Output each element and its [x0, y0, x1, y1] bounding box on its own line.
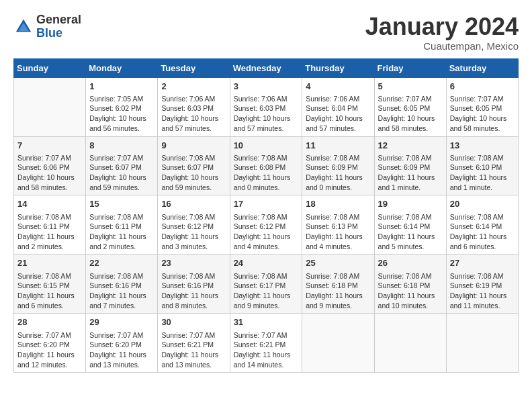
day-info: Sunrise: 7:07 AM: [234, 330, 299, 340]
day-info: Sunrise: 7:08 AM: [234, 212, 299, 222]
day-number: 18: [306, 198, 370, 210]
day-info: Sunrise: 7:06 AM: [234, 94, 299, 104]
day-info: Sunset: 6:20 PM: [89, 340, 154, 350]
day-info: Sunset: 6:12 PM: [161, 222, 226, 232]
day-info: Sunrise: 7:08 AM: [161, 153, 226, 163]
calendar-cell: 20Sunrise: 7:08 AMSunset: 6:14 PMDayligh…: [446, 195, 518, 255]
day-info: Sunrise: 7:07 AM: [378, 94, 443, 104]
day-info: and 10 minutes.: [378, 301, 443, 311]
day-info: Daylight: 11 hours: [450, 173, 515, 183]
day-info: Daylight: 11 hours: [89, 291, 154, 301]
day-info: Sunset: 6:03 PM: [234, 103, 299, 113]
day-info: Sunrise: 7:08 AM: [450, 153, 515, 163]
day-info: Sunrise: 7:08 AM: [306, 271, 370, 281]
calendar-cell: 26Sunrise: 7:08 AMSunset: 6:18 PMDayligh…: [374, 255, 446, 314]
day-info: Sunrise: 7:08 AM: [89, 212, 154, 222]
calendar-cell: 21Sunrise: 7:08 AMSunset: 6:15 PMDayligh…: [14, 255, 86, 314]
day-number: 21: [17, 257, 82, 269]
day-info: Sunset: 6:15 PM: [17, 281, 82, 291]
day-number: 1: [89, 81, 154, 93]
day-info: Daylight: 11 hours: [89, 350, 154, 360]
day-info: and 57 minutes.: [234, 124, 299, 134]
day-info: and 57 minutes.: [161, 124, 226, 134]
day-info: Daylight: 11 hours: [306, 173, 370, 183]
day-number: 16: [161, 198, 226, 210]
calendar-cell: 31Sunrise: 7:07 AMSunset: 6:21 PMDayligh…: [230, 314, 302, 373]
title-block: January 2024 Cuautempan, Mexico: [365, 13, 519, 52]
calendar-cell: 13Sunrise: 7:08 AMSunset: 6:10 PMDayligh…: [446, 136, 518, 195]
calendar-cell: 2Sunrise: 7:06 AMSunset: 6:03 PMDaylight…: [158, 77, 230, 136]
day-info: Sunrise: 7:08 AM: [17, 212, 82, 222]
logo-blue: Blue: [36, 26, 62, 40]
day-info: Sunset: 6:11 PM: [89, 222, 154, 232]
weekday-header: Sunday: [14, 58, 86, 77]
day-info: and 11 minutes.: [450, 301, 515, 311]
calendar-cell: 4Sunrise: 7:06 AMSunset: 6:04 PMDaylight…: [302, 77, 374, 136]
calendar-week-row: 7Sunrise: 7:07 AMSunset: 6:06 PMDaylight…: [14, 136, 519, 195]
calendar-week-row: 1Sunrise: 7:05 AMSunset: 6:02 PMDaylight…: [14, 77, 519, 136]
day-info: Sunset: 6:09 PM: [306, 163, 370, 173]
day-info: and 4 minutes.: [306, 242, 370, 252]
day-info: and 2 minutes.: [17, 242, 82, 252]
day-number: 30: [161, 316, 226, 328]
day-info: Sunset: 6:05 PM: [378, 103, 443, 113]
day-info: and 8 minutes.: [161, 301, 226, 311]
day-info: Daylight: 11 hours: [17, 232, 82, 242]
day-info: Sunrise: 7:08 AM: [306, 212, 370, 222]
day-info: Sunset: 6:20 PM: [17, 340, 82, 350]
day-number: 12: [378, 140, 443, 152]
month-title: January 2024: [365, 13, 519, 40]
calendar-cell: 28Sunrise: 7:07 AMSunset: 6:20 PMDayligh…: [14, 314, 86, 373]
day-number: 29: [89, 316, 154, 328]
day-info: Sunrise: 7:07 AM: [89, 153, 154, 163]
calendar-cell: [302, 314, 374, 373]
calendar-week-row: 28Sunrise: 7:07 AMSunset: 6:20 PMDayligh…: [14, 314, 519, 373]
day-info: Sunrise: 7:08 AM: [234, 153, 299, 163]
day-info: and 56 minutes.: [89, 124, 154, 134]
weekday-header: Friday: [374, 58, 446, 77]
day-number: 25: [306, 257, 370, 269]
day-info: Sunset: 6:16 PM: [89, 281, 154, 291]
day-info: Sunset: 6:05 PM: [450, 103, 515, 113]
day-number: 6: [450, 81, 515, 93]
page-header: General Blue January 2024 Cuautempan, Me…: [13, 13, 519, 52]
day-info: Sunrise: 7:07 AM: [89, 330, 154, 340]
day-info: and 58 minutes.: [450, 124, 515, 134]
day-info: Sunrise: 7:07 AM: [17, 153, 82, 163]
day-info: Daylight: 11 hours: [450, 291, 515, 301]
day-info: Sunset: 6:07 PM: [161, 163, 226, 173]
day-info: and 1 minute.: [450, 183, 515, 193]
calendar-week-row: 14Sunrise: 7:08 AMSunset: 6:11 PMDayligh…: [14, 195, 519, 255]
day-info: and 13 minutes.: [161, 360, 226, 370]
day-number: 17: [234, 198, 299, 210]
day-info: Daylight: 10 hours: [17, 173, 82, 183]
day-info: Sunrise: 7:08 AM: [378, 153, 443, 163]
day-info: Daylight: 11 hours: [450, 232, 515, 242]
day-info: Sunrise: 7:08 AM: [306, 153, 370, 163]
day-info: Sunset: 6:07 PM: [89, 163, 154, 173]
calendar-cell: [374, 314, 446, 373]
day-info: Sunset: 6:02 PM: [89, 103, 154, 113]
calendar-week-row: 21Sunrise: 7:08 AMSunset: 6:15 PMDayligh…: [14, 255, 519, 314]
day-info: Sunset: 6:21 PM: [161, 340, 226, 350]
day-info: and 58 minutes.: [17, 183, 82, 193]
day-number: 20: [450, 198, 515, 210]
day-info: Daylight: 11 hours: [161, 291, 226, 301]
day-number: 11: [306, 140, 370, 152]
day-info: Sunrise: 7:08 AM: [89, 271, 154, 281]
day-info: and 2 minutes.: [89, 242, 154, 252]
day-info: Daylight: 11 hours: [17, 291, 82, 301]
day-number: 31: [234, 316, 299, 328]
day-info: Daylight: 11 hours: [378, 232, 443, 242]
day-info: Sunset: 6:14 PM: [378, 222, 443, 232]
day-info: Sunset: 6:16 PM: [161, 281, 226, 291]
day-info: Sunrise: 7:08 AM: [378, 212, 443, 222]
calendar-cell: 29Sunrise: 7:07 AMSunset: 6:20 PMDayligh…: [86, 314, 158, 373]
day-info: and 0 minutes.: [234, 183, 299, 193]
location: Cuautempan, Mexico: [365, 40, 519, 52]
day-number: 8: [89, 140, 154, 152]
day-info: Daylight: 11 hours: [306, 232, 370, 242]
day-number: 5: [378, 81, 443, 93]
day-number: 13: [450, 140, 515, 152]
day-info: Daylight: 11 hours: [161, 350, 226, 360]
